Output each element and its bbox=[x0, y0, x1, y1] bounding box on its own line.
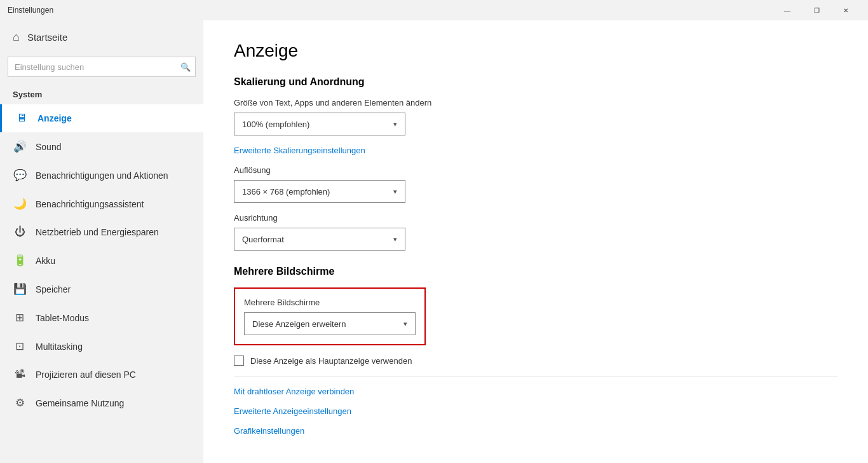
sidebar-item-label: Netzbetrieb und Energiesparen bbox=[36, 227, 159, 237]
mehrere-section-title: Mehrere Bildschirme bbox=[234, 266, 837, 277]
mehrere-box-label: Mehrere Bildschirme bbox=[244, 298, 416, 307]
hauptanzeige-label: Diese Anzeige als Hauptanzeige verwenden bbox=[250, 356, 412, 366]
app-title: Einstellungen bbox=[8, 6, 53, 15]
sidebar-item-label: Projizieren auf diesen PC bbox=[36, 370, 136, 380]
groesse-chevron-icon: ▾ bbox=[393, 120, 397, 128]
sidebar-item-label: Benachrichtigungen und Aktionen bbox=[36, 170, 168, 181]
groesse-label: Größe von Text, Apps und anderen Element… bbox=[234, 98, 837, 107]
sidebar-home-label: Startseite bbox=[27, 32, 67, 43]
sidebar-search-container: 🔍 bbox=[8, 57, 196, 77]
main-content: Anzeige Skalierung und Anordnung Größe v… bbox=[203, 20, 868, 463]
restore-button[interactable]: ❐ bbox=[802, 0, 831, 20]
divider bbox=[234, 376, 837, 377]
sidebar-item-label: Sound bbox=[36, 142, 61, 152]
tablet-icon: ⊞ bbox=[13, 311, 27, 324]
ausrichtung-chevron-icon: ▾ bbox=[393, 235, 397, 244]
aufloesung-value: 1366 × 768 (empfohlen) bbox=[242, 187, 330, 197]
project-icon: 📽 bbox=[13, 368, 27, 381]
page-title: Anzeige bbox=[234, 41, 837, 61]
battery-icon: 🔋 bbox=[13, 254, 27, 267]
sharing-icon: ⚙ bbox=[13, 396, 27, 410]
app-container: ⌂ Startseite 🔍 System 🖥 Anzeige 🔊 Sound … bbox=[0, 20, 868, 463]
aufloesung-chevron-icon: ▾ bbox=[393, 188, 397, 196]
groesse-dropdown[interactable]: 100% (empfohlen) ▾ bbox=[234, 113, 405, 135]
skalierung-section-title: Skalierung und Anordnung bbox=[234, 76, 837, 88]
sidebar-item-tablet[interactable]: ⊞ Tablet-Modus bbox=[0, 303, 203, 332]
ausrichtung-label: Ausrichtung bbox=[234, 213, 837, 223]
search-icon: 🔍 bbox=[180, 62, 191, 72]
sidebar-item-akku[interactable]: 🔋 Akku bbox=[0, 246, 203, 275]
sidebar-item-label: Gemeinsame Nutzung bbox=[36, 398, 124, 408]
home-icon: ⌂ bbox=[13, 31, 20, 44]
sidebar: ⌂ Startseite 🔍 System 🖥 Anzeige 🔊 Sound … bbox=[0, 20, 203, 463]
power-icon: ⏻ bbox=[13, 226, 27, 238]
mehrere-dropdown[interactable]: Diese Anzeigen erweitern ▾ bbox=[244, 312, 416, 335]
sidebar-item-gemeinsam[interactable]: ⚙ Gemeinsame Nutzung bbox=[0, 389, 203, 417]
aufloesung-dropdown[interactable]: 1366 × 768 (empfohlen) ▾ bbox=[234, 180, 405, 203]
mehrere-highlighted-box: Mehrere Bildschirme Diese Anzeigen erwei… bbox=[234, 287, 426, 345]
sidebar-item-multitasking[interactable]: ⊡ Multitasking bbox=[0, 332, 203, 361]
groesse-value: 100% (empfohlen) bbox=[242, 120, 309, 129]
hauptanzeige-checkbox[interactable] bbox=[234, 356, 244, 366]
hauptanzeige-checkbox-row: Diese Anzeige als Hauptanzeige verwenden bbox=[234, 356, 837, 366]
wireless-link[interactable]: Mit drahtloser Anzeige verbinden bbox=[234, 387, 837, 396]
sidebar-item-projizieren[interactable]: 📽 Projizieren auf diesen PC bbox=[0, 361, 203, 389]
sidebar-item-label: Akku bbox=[36, 256, 55, 266]
mehrere-chevron-icon: ▾ bbox=[403, 320, 407, 328]
grafik-link[interactable]: Grafikeinstellungen bbox=[234, 426, 837, 436]
sidebar-item-label: Tablet-Modus bbox=[36, 313, 89, 323]
sidebar-item-sound[interactable]: 🔊 Sound bbox=[0, 132, 203, 161]
titlebar: Einstellungen — ❐ ✕ bbox=[0, 0, 868, 20]
minimize-button[interactable]: — bbox=[773, 0, 802, 20]
anzeige-icon: 🖥 bbox=[15, 112, 29, 125]
close-button[interactable]: ✕ bbox=[831, 0, 860, 20]
storage-icon: 💾 bbox=[13, 282, 27, 296]
sidebar-item-benachrichtigungsassistent[interactable]: 🌙 Benachrichtigungsassistent bbox=[0, 190, 203, 218]
multitasking-icon: ⊡ bbox=[13, 340, 27, 353]
mehrere-value: Diese Anzeigen erweitern bbox=[252, 319, 346, 329]
sidebar-section-label: System bbox=[0, 85, 203, 104]
sidebar-item-speicher[interactable]: 💾 Speicher bbox=[0, 275, 203, 303]
sidebar-home-button[interactable]: ⌂ Startseite bbox=[0, 20, 203, 54]
mehrere-section: Mehrere Bildschirme Mehrere Bildschirme … bbox=[234, 266, 837, 356]
sidebar-item-anzeige[interactable]: 🖥 Anzeige bbox=[0, 104, 203, 132]
sidebar-item-benachrichtigungen[interactable]: 💬 Benachrichtigungen und Aktionen bbox=[0, 161, 203, 190]
erweiterte-link[interactable]: Erweiterte Anzeigeeinstellungen bbox=[234, 406, 837, 416]
search-input[interactable] bbox=[8, 57, 196, 77]
skalierung-link[interactable]: Erweiterte Skalierungseinstellungen bbox=[234, 146, 837, 155]
notification-icon: 💬 bbox=[13, 169, 27, 182]
sidebar-item-label: Speicher bbox=[36, 284, 71, 294]
sidebar-item-label: Multitasking bbox=[36, 342, 83, 352]
sidebar-item-label: Anzeige bbox=[37, 113, 72, 123]
ausrichtung-value: Querformat bbox=[242, 235, 284, 244]
ausrichtung-dropdown[interactable]: Querformat ▾ bbox=[234, 228, 405, 251]
assistant-icon: 🌙 bbox=[13, 197, 27, 211]
aufloesung-label: Auflösung bbox=[234, 165, 837, 175]
sidebar-item-netzbetrieb[interactable]: ⏻ Netzbetrieb und Energiesparen bbox=[0, 218, 203, 246]
window-controls: — ❐ ✕ bbox=[773, 0, 860, 20]
sidebar-item-label: Benachrichtigungsassistent bbox=[36, 199, 144, 209]
sound-icon: 🔊 bbox=[13, 140, 27, 153]
